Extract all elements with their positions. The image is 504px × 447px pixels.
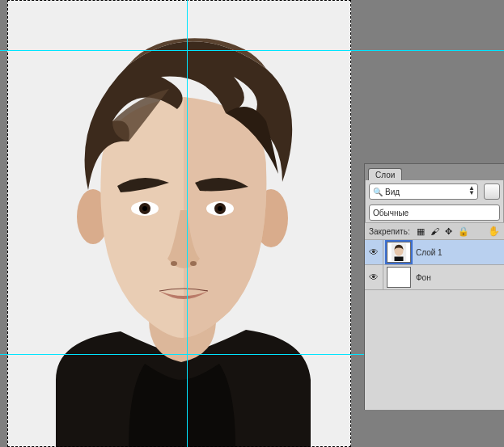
eye-icon: 👁: [369, 247, 379, 258]
layer-list: 👁Слой 1👁Фон: [365, 240, 504, 410]
lock-all-icon[interactable]: 🔒: [458, 227, 469, 236]
layers-panel: Слои 🔍 Вид ▲▼ Обычные Закрепить: ▦ 🖌 ✥ 🔒: [364, 163, 504, 410]
svg-point-8: [171, 261, 177, 266]
panel-new-button[interactable]: [484, 183, 500, 200]
lock-label: Закрепить:: [369, 227, 410, 236]
layer-name: Фон: [414, 273, 504, 282]
hand-icon[interactable]: ✋: [488, 226, 500, 237]
layer-visibility-toggle[interactable]: 👁: [365, 240, 383, 264]
lock-brush-icon[interactable]: 🖌: [430, 227, 439, 236]
panel-row-blend: Обычные: [365, 203, 504, 222]
layer-visibility-toggle[interactable]: 👁: [365, 265, 383, 289]
search-icon: 🔍: [373, 188, 383, 196]
svg-rect-12: [395, 257, 404, 262]
lock-move-icon[interactable]: ✥: [445, 227, 452, 236]
portrait-image: [7, 0, 351, 447]
view-dropdown[interactable]: 🔍 Вид ▲▼: [369, 183, 478, 200]
lock-row: Закрепить: ▦ 🖌 ✥ 🔒 ✋: [365, 222, 504, 240]
eye-icon: 👁: [369, 272, 379, 283]
document-canvas[interactable]: [7, 0, 351, 447]
tab-layers[interactable]: Слои: [368, 168, 402, 180]
blend-mode-value: Обычные: [373, 209, 409, 217]
layer-name: Слой 1: [414, 248, 504, 257]
layer-row[interactable]: 👁Слой 1: [365, 240, 504, 265]
workspace: Слои 🔍 Вид ▲▼ Обычные Закрепить: ▦ 🖌 ✥ 🔒: [0, 0, 504, 447]
layer-row[interactable]: 👁Фон: [365, 265, 504, 290]
layer-thumbnail[interactable]: [387, 242, 411, 263]
svg-point-7: [218, 206, 222, 211]
lock-transparency-icon[interactable]: ▦: [417, 227, 425, 236]
panel-row-view: 🔍 Вид ▲▼: [365, 180, 504, 203]
layer-thumbnail[interactable]: [387, 267, 411, 288]
svg-point-9: [190, 261, 197, 266]
layer-list-empty-area: [365, 290, 504, 410]
view-dropdown-label: Вид: [385, 188, 400, 196]
panel-tabbar: Слои: [365, 164, 504, 180]
svg-point-6: [142, 206, 147, 211]
dropdown-arrows-icon: ▲▼: [468, 186, 475, 196]
blend-mode-dropdown[interactable]: Обычные: [369, 205, 500, 221]
